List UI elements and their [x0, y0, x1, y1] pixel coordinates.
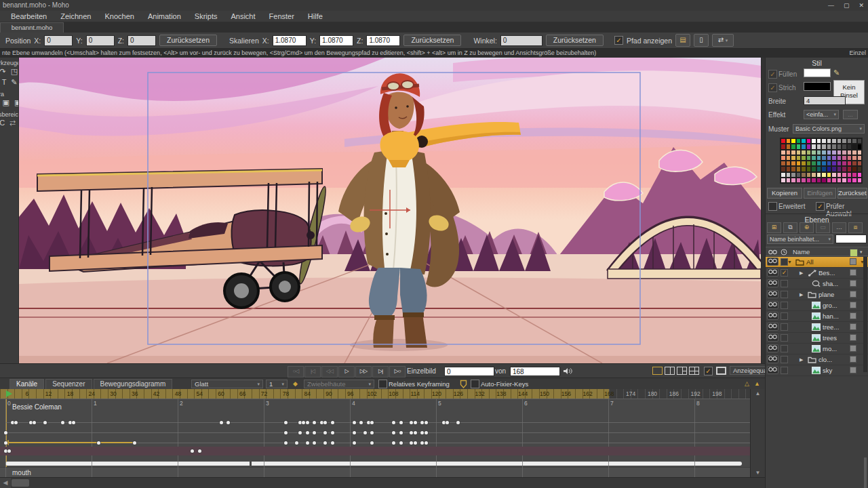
palette-swatch[interactable] — [801, 138, 806, 144]
menu-item[interactable]: Ansicht — [224, 12, 262, 20]
keyframe-dot[interactable] — [284, 431, 288, 434]
layer-color-chip[interactable] — [850, 334, 856, 341]
palette-swatch[interactable] — [821, 166, 827, 171]
palette-swatch[interactable] — [821, 155, 827, 161]
palette-swatch[interactable] — [786, 172, 791, 178]
pattern-dropdown[interactable]: ▾Basic Colors.png — [793, 124, 865, 134]
palette-swatch[interactable] — [811, 161, 816, 166]
keyframe-dot[interactable] — [313, 431, 316, 434]
keyframe-dot[interactable] — [420, 421, 424, 424]
keyframe-dot[interactable] — [4, 449, 7, 453]
scale-y-input[interactable] — [319, 35, 353, 46]
keyframe-dot[interactable] — [43, 421, 47, 424]
palette-swatch[interactable] — [827, 144, 832, 149]
fill-color-swatch[interactable] — [804, 68, 831, 77]
palette-swatch[interactable] — [791, 144, 796, 149]
reference-layer-icon[interactable]: ⧈ — [848, 222, 863, 233]
palette-swatch[interactable] — [847, 150, 852, 155]
palette-swatch[interactable] — [842, 150, 847, 155]
keyframe-dot[interactable] — [410, 431, 413, 434]
current-frame-input[interactable] — [444, 367, 494, 376]
layer-checkbox[interactable] — [781, 302, 788, 309]
keyframe-dot[interactable] — [191, 449, 194, 453]
menu-item[interactable]: Zeichnen — [54, 12, 98, 20]
keyframe-dot[interactable] — [295, 441, 298, 445]
angle-input[interactable] — [500, 35, 542, 46]
palette-swatch[interactable] — [786, 138, 791, 144]
layer-row[interactable]: gro... — [766, 300, 868, 311]
scale-z-input[interactable] — [366, 35, 400, 46]
keyframe-dot[interactable] — [456, 421, 460, 424]
layer-options-icon[interactable]: ▤ — [675, 34, 690, 47]
palette-swatch[interactable] — [831, 155, 837, 161]
layer-visibility-icon[interactable] — [767, 290, 778, 298]
layer-row[interactable]: trees — [766, 333, 868, 344]
palette-swatch[interactable] — [796, 178, 802, 183]
keyframe-dot[interactable] — [331, 431, 334, 434]
shield-icon[interactable] — [460, 380, 467, 388]
close-button[interactable]: ✕ — [859, 0, 864, 11]
tool-button-row[interactable]: + ↷ ◳ — [0, 67, 18, 78]
timeline-horizontal-scrollbar[interactable]: ◀ — [0, 477, 765, 488]
count-dropdown[interactable]: ▾1 — [266, 380, 288, 388]
keyframe-dot[interactable] — [323, 441, 327, 445]
palette-swatch[interactable] — [816, 161, 822, 166]
keyframe-dot[interactable] — [220, 421, 223, 424]
keyframe-dot[interactable] — [370, 441, 374, 445]
keyframe-dot[interactable] — [331, 421, 334, 424]
layer-filter-dropdown[interactable]: ▾Name beinhaltet... — [767, 235, 833, 244]
layer-checkbox[interactable] — [781, 323, 788, 331]
palette-swatch[interactable] — [816, 178, 822, 183]
new-folder-icon[interactable]: ⊕ — [800, 222, 814, 233]
angle-reset-button[interactable]: Zurücksetzen — [546, 35, 604, 46]
layer-row[interactable]: tree... — [766, 322, 868, 333]
scale-x-input[interactable] — [273, 35, 307, 46]
layer-color-chip[interactable] — [850, 302, 856, 308]
layer-row[interactable]: mo... — [766, 344, 868, 354]
layer-visibility-icon[interactable] — [767, 258, 778, 266]
palette-swatch[interactable] — [821, 144, 827, 149]
keyframe-dot[interactable] — [4, 441, 7, 445]
palette-swatch[interactable] — [842, 155, 847, 161]
keyframe-dot[interactable] — [399, 431, 403, 434]
palette-swatch[interactable] — [796, 144, 802, 149]
keyframe-dot[interactable] — [61, 421, 64, 424]
scrollbar-thumb[interactable] — [12, 479, 29, 487]
palette-swatch[interactable] — [827, 178, 832, 183]
split-view-2-icon[interactable] — [665, 367, 675, 375]
keyframe-dot[interactable] — [320, 421, 323, 424]
palette-swatch[interactable] — [806, 150, 812, 155]
palette-swatch[interactable] — [821, 150, 827, 155]
timeline-tracks[interactable]: Bessie Coleman mouth 012345678 — [0, 399, 750, 477]
layer-visibility-icon[interactable] — [767, 333, 778, 342]
keyframe-dot[interactable] — [420, 431, 424, 434]
layer-checkbox[interactable] — [781, 291, 788, 298]
palette-swatch[interactable] — [857, 138, 863, 144]
palette-swatch[interactable] — [801, 178, 806, 183]
palette-swatch[interactable] — [791, 138, 796, 144]
new-layer-icon[interactable]: ⊞ — [767, 222, 781, 233]
palette-swatch[interactable] — [816, 155, 822, 161]
position-reset-button[interactable]: Zurücksetzen — [159, 35, 217, 46]
palette-swatch[interactable] — [801, 161, 806, 166]
keyframe-dot[interactable] — [284, 441, 288, 445]
keyframe-dot[interactable] — [284, 421, 288, 424]
keyframe-dot[interactable] — [425, 431, 428, 434]
auto-freeze-keys-checkbox[interactable] — [471, 380, 479, 388]
palette-swatch[interactable] — [811, 166, 816, 171]
keyframe-dot[interactable] — [4, 431, 7, 434]
palette-swatch[interactable] — [806, 138, 812, 144]
palette-swatch[interactable] — [821, 161, 827, 166]
layer-color-chip[interactable] — [850, 323, 856, 330]
timeline-vertical-scrollbar[interactable]: ▲ ▼ — [750, 389, 765, 477]
paste-button[interactable]: Einfügen — [804, 188, 836, 199]
timeline-tab[interactable]: Bewegungsdiagramm — [94, 379, 173, 390]
position-x-input[interactable] — [44, 35, 73, 46]
speaker-icon[interactable] — [563, 367, 572, 375]
palette-swatch[interactable] — [842, 178, 847, 183]
fill-checkbox[interactable]: ✓ — [768, 70, 777, 79]
palette-swatch[interactable] — [831, 144, 837, 149]
palette-swatch[interactable] — [857, 172, 863, 178]
palette-swatch[interactable] — [827, 155, 832, 161]
layer-search-input[interactable] — [835, 235, 867, 243]
